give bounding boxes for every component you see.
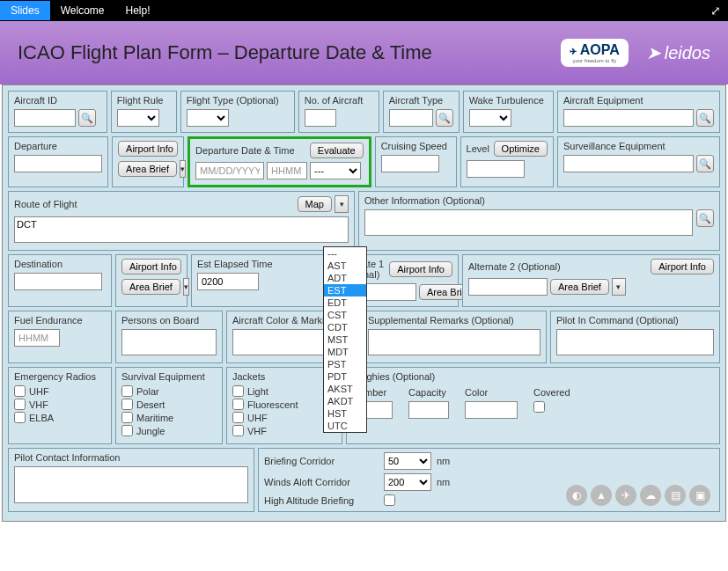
vhf-label: VHF xyxy=(29,399,48,410)
elba-checkbox[interactable] xyxy=(14,412,26,423)
page-title: ICAO Flight Plan Form – Departure Date &… xyxy=(18,41,432,64)
winds-select[interactable]: 200 xyxy=(384,473,431,491)
optimize-button[interactable]: Optimize xyxy=(494,141,548,157)
airport-info-button[interactable]: Airport Info xyxy=(118,141,178,157)
capacity-input[interactable] xyxy=(408,401,449,419)
light-label: Light xyxy=(247,386,268,397)
surveillance-label: Surveillance Equipment xyxy=(563,141,714,151)
capacity-label: Capacity xyxy=(408,387,449,398)
elapsed-input[interactable] xyxy=(197,273,259,290)
tz-option[interactable]: HST xyxy=(324,407,366,420)
uhf-checkbox[interactable] xyxy=(14,385,26,397)
emerg-radios-label: Emergency Radios xyxy=(14,371,106,382)
map-dropdown-icon[interactable]: ▾ xyxy=(335,195,349,213)
surveillance-search-icon[interactable]: 🔍 xyxy=(696,155,714,172)
persons-input[interactable] xyxy=(121,329,217,355)
tz-option[interactable]: PDT xyxy=(324,370,366,383)
pilot-cmd-input[interactable] xyxy=(556,329,714,355)
tool-icon-3[interactable]: ✈ xyxy=(615,485,636,506)
tab-help[interactable]: Help! xyxy=(114,1,160,20)
light-checkbox[interactable] xyxy=(232,385,244,397)
wake-select[interactable] xyxy=(469,109,511,127)
depart-date-input[interactable] xyxy=(195,162,264,179)
aircraft-type-search-icon[interactable]: 🔍 xyxy=(436,109,453,127)
form-area: Aircraft ID 🔍 Flight Rule Flight Type (O… xyxy=(2,84,726,522)
color-input[interactable] xyxy=(232,329,332,355)
d-color-input[interactable] xyxy=(465,401,518,419)
tz-option[interactable]: AKDT xyxy=(324,395,366,407)
tz-option[interactable]: EST xyxy=(324,284,366,296)
surveillance-input[interactable] xyxy=(563,155,694,172)
tz-option[interactable]: MST xyxy=(324,333,366,346)
polar-checkbox[interactable] xyxy=(121,385,133,397)
covered-checkbox[interactable] xyxy=(533,401,545,413)
alt2-airport-info-button[interactable]: Airport Info xyxy=(651,259,714,275)
alt2-area-brief-button[interactable]: Area Brief xyxy=(550,279,609,295)
tz-option[interactable]: ADT xyxy=(324,272,366,284)
tab-welcome[interactable]: Welcome xyxy=(50,1,115,20)
alt1-airport-info-button[interactable]: Airport Info xyxy=(389,261,452,277)
level-input[interactable] xyxy=(467,160,525,178)
cruising-label: Cruising Speed xyxy=(381,141,451,151)
equipment-search-icon[interactable]: 🔍 xyxy=(696,109,714,127)
tz-option[interactable]: CDT xyxy=(324,321,366,333)
tz-option[interactable]: AST xyxy=(324,260,366,272)
other-info-input[interactable] xyxy=(364,209,693,236)
j-vhf-checkbox[interactable] xyxy=(232,425,244,436)
maritime-checkbox[interactable] xyxy=(121,412,133,423)
aircraft-type-input[interactable] xyxy=(389,109,433,127)
desert-checkbox[interactable] xyxy=(121,399,133,410)
aircraft-id-search-icon[interactable]: 🔍 xyxy=(78,109,96,127)
other-info-search-icon[interactable]: 🔍 xyxy=(696,209,714,227)
dest-area-brief-button[interactable]: Area Brief xyxy=(121,279,180,295)
tz-option[interactable]: EDT xyxy=(324,296,366,309)
alt2-input[interactable] xyxy=(468,278,548,296)
high-alt-checkbox[interactable] xyxy=(384,494,395,506)
fuel-input[interactable] xyxy=(14,329,60,347)
tool-icon-5[interactable]: ▤ xyxy=(665,485,686,506)
route-input[interactable]: DCT xyxy=(14,216,349,243)
dest-area-brief-dropdown-icon[interactable]: ▾ xyxy=(183,278,189,296)
fluor-checkbox[interactable] xyxy=(232,399,244,410)
map-button[interactable]: Map xyxy=(298,196,332,212)
cruising-input[interactable] xyxy=(381,155,439,172)
tab-slides[interactable]: Slides xyxy=(0,1,50,20)
remarks-input[interactable] xyxy=(368,329,540,355)
area-brief-dropdown-icon[interactable]: ▾ xyxy=(180,160,186,178)
tz-option[interactable]: AKST xyxy=(324,383,366,395)
equipment-input[interactable] xyxy=(563,109,694,127)
j-uhf-checkbox[interactable] xyxy=(232,412,244,423)
expand-icon[interactable]: ⤢ xyxy=(710,4,721,18)
brief-corridor-label: Briefing Corridor xyxy=(264,456,379,466)
destination-input[interactable] xyxy=(14,273,102,290)
flight-rule-select[interactable] xyxy=(117,109,159,127)
departure-input[interactable] xyxy=(14,155,102,172)
pilot-contact-label: Pilot Contact Information xyxy=(14,452,248,463)
tz-option[interactable]: CST xyxy=(324,309,366,321)
tool-icon-2[interactable]: ▲ xyxy=(591,485,612,506)
departure-label: Departure xyxy=(14,141,102,151)
dest-airport-info-button[interactable]: Airport Info xyxy=(121,259,181,275)
tool-icon-1[interactable]: ◐ xyxy=(566,485,587,506)
evaluate-button[interactable]: Evaluate xyxy=(310,143,364,158)
tool-icon-6[interactable]: ▣ xyxy=(689,485,710,506)
tz-option[interactable]: MDT xyxy=(324,346,366,358)
pilot-contact-input[interactable] xyxy=(14,466,248,503)
no-aircraft-label: No. of Aircraft xyxy=(305,95,373,106)
fluor-label: Fluorescent xyxy=(247,399,298,410)
tz-option[interactable]: --- xyxy=(324,247,366,260)
no-aircraft-input[interactable] xyxy=(305,109,336,127)
flight-type-select[interactable] xyxy=(187,109,229,127)
tool-icon-4[interactable]: ☁ xyxy=(640,485,661,506)
aircraft-id-input[interactable] xyxy=(14,109,76,127)
depart-tz-select[interactable]: --- xyxy=(310,162,361,179)
tz-option[interactable]: UTC xyxy=(324,420,366,432)
alt2-area-brief-dropdown-icon[interactable]: ▾ xyxy=(612,278,626,296)
area-brief-button[interactable]: Area Brief xyxy=(118,161,177,177)
tz-option[interactable]: PST xyxy=(324,358,366,370)
depart-time-input[interactable] xyxy=(267,162,307,179)
brief-corridor-select[interactable]: 50 xyxy=(384,452,431,470)
jungle-checkbox[interactable] xyxy=(121,425,133,436)
vhf-checkbox[interactable] xyxy=(14,399,26,410)
timezone-dropdown[interactable]: ---ASTADTESTEDTCSTCDTMSTMDTPSTPDTAKSTAKD… xyxy=(323,246,367,433)
